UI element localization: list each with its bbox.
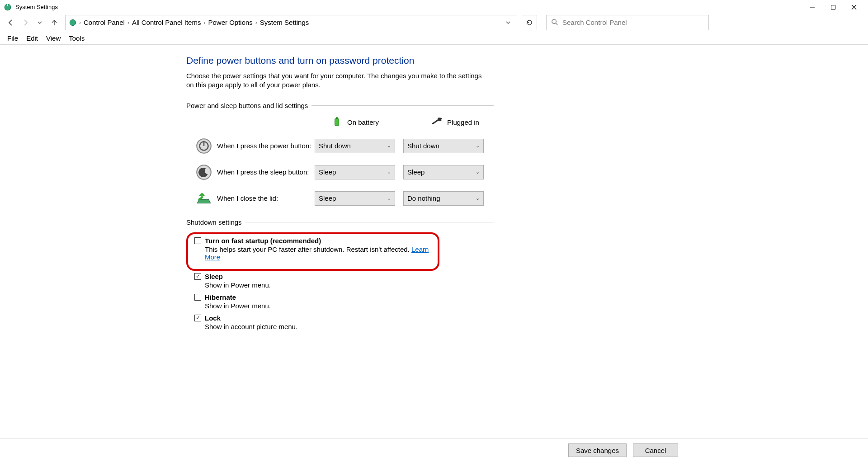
svg-line-8 <box>556 23 557 25</box>
sleep-button-plugged-select[interactable]: Sleep ⌄ <box>403 165 484 179</box>
search-input[interactable] <box>562 19 704 26</box>
titlebar: System Settings <box>0 0 868 14</box>
menu-bar: File Edit View Tools <box>0 32 868 45</box>
menu-edit[interactable]: Edit <box>23 33 42 43</box>
option-row-lid: When I close the lid: Sleep ⌄ Do nothing… <box>186 189 494 207</box>
address-bar[interactable]: › Control Panel › All Control Panel Item… <box>65 15 517 30</box>
svg-rect-1 <box>7 4 8 6</box>
maximize-button[interactable] <box>823 0 844 14</box>
column-header-plugged: Plugged in <box>447 118 479 126</box>
option-label: When I press the sleep button: <box>217 168 315 176</box>
breadcrumb-item[interactable]: System Settings <box>258 19 311 26</box>
forward-button[interactable] <box>19 16 32 29</box>
menu-file[interactable]: File <box>4 33 22 43</box>
select-value: Sleep <box>319 194 336 202</box>
chevron-down-icon: ⌄ <box>476 169 480 175</box>
location-icon <box>68 18 77 27</box>
chevron-right-icon: › <box>127 19 130 26</box>
chevron-down-icon: ⌄ <box>476 143 480 149</box>
minimize-button[interactable] <box>802 0 823 14</box>
checkbox-label: Turn on fast startup (recommended) <box>205 237 321 245</box>
svg-point-6 <box>70 19 75 25</box>
chevron-right-icon: › <box>255 19 258 26</box>
hibernate-checkbox[interactable] <box>194 294 201 301</box>
menu-view[interactable]: View <box>42 33 64 43</box>
search-icon <box>551 19 558 27</box>
checkbox-description: This helps start your PC faster after sh… <box>205 245 411 253</box>
checkbox-label: Hibernate <box>205 293 236 301</box>
svg-rect-13 <box>441 119 442 120</box>
window-title: System Settings <box>15 4 58 10</box>
sleep-button-battery-select[interactable]: Sleep ⌄ <box>315 165 395 179</box>
option-row-sleep-button: When I press the sleep button: Sleep ⌄ S… <box>186 163 494 181</box>
close-button[interactable] <box>844 0 864 14</box>
svg-point-7 <box>552 19 556 23</box>
section-heading-shutdown: Shutdown settings <box>186 218 242 226</box>
page-subtitle: Choose the power settings that you want … <box>186 71 489 90</box>
refresh-button[interactable] <box>522 15 537 30</box>
power-button-plugged-select[interactable]: Shut down ⌄ <box>403 139 484 153</box>
power-button-icon <box>194 137 213 156</box>
chevron-down-icon: ⌄ <box>387 169 391 175</box>
lid-plugged-select[interactable]: Do nothing ⌄ <box>403 191 484 206</box>
breadcrumb-item[interactable]: Control Panel <box>82 19 127 26</box>
navigation-row: › Control Panel › All Control Panel Item… <box>0 14 868 31</box>
back-button[interactable] <box>5 16 17 29</box>
lid-icon <box>194 189 213 208</box>
footer: Save changes Cancel <box>0 438 868 462</box>
svg-rect-3 <box>831 5 835 9</box>
divider <box>245 222 494 222</box>
battery-icon <box>331 116 343 129</box>
menu-tools[interactable]: Tools <box>65 33 88 43</box>
select-value: Do nothing <box>407 194 440 202</box>
svg-rect-10 <box>336 117 338 118</box>
fast-startup-checkbox[interactable] <box>194 237 201 244</box>
select-value: Shut down <box>407 142 439 150</box>
chevron-right-icon: › <box>203 19 206 26</box>
svg-rect-12 <box>441 118 442 119</box>
checkbox-description: Show in Power menu. <box>205 302 494 310</box>
section-heading-buttons: Power and sleep buttons and lid settings <box>186 102 308 109</box>
chevron-down-icon: ⌄ <box>387 195 391 201</box>
lock-checkbox[interactable]: ✓ <box>194 315 201 321</box>
content-area: Define power buttons and turn on passwor… <box>0 44 868 438</box>
breadcrumb-item[interactable]: All Control Panel Items <box>130 19 203 26</box>
plug-icon <box>431 116 443 129</box>
sleep-checkbox[interactable]: ✓ <box>194 273 201 280</box>
checkbox-description: Show in Power menu. <box>205 281 494 289</box>
recent-locations-dropdown[interactable] <box>33 16 46 29</box>
select-value: Shut down <box>319 142 351 150</box>
sleep-button-icon <box>194 163 213 182</box>
option-label: When I close the lid: <box>217 194 315 202</box>
lid-battery-select[interactable]: Sleep ⌄ <box>315 191 395 206</box>
option-row-power-button: When I press the power button: Shut down… <box>186 137 494 155</box>
save-button[interactable]: Save changes <box>568 443 627 457</box>
checkbox-label: Lock <box>205 314 221 322</box>
up-button[interactable] <box>48 16 61 29</box>
breadcrumb-item[interactable]: Power Options <box>206 19 254 26</box>
svg-rect-9 <box>335 118 339 125</box>
highlight-annotation: Turn on fast startup (recommended) This … <box>186 232 439 271</box>
page-title: Define power buttons and turn on passwor… <box>186 55 494 66</box>
select-value: Sleep <box>319 168 336 176</box>
column-header-battery: On battery <box>347 118 379 126</box>
svg-rect-11 <box>438 118 441 121</box>
chevron-down-icon: ⌄ <box>476 195 480 201</box>
chevron-down-icon: ⌄ <box>387 143 391 149</box>
divider <box>311 105 494 106</box>
option-label: When I press the power button: <box>217 142 315 150</box>
checkbox-description: Show in account picture menu. <box>205 323 494 330</box>
chevron-right-icon: › <box>78 19 82 26</box>
select-value: Sleep <box>407 168 425 176</box>
search-box[interactable] <box>546 15 709 30</box>
checkbox-label: Sleep <box>205 273 223 280</box>
cancel-button[interactable]: Cancel <box>633 443 678 457</box>
address-dropdown[interactable] <box>502 15 514 30</box>
power-button-battery-select[interactable]: Shut down ⌄ <box>315 139 395 153</box>
app-icon <box>4 3 12 11</box>
